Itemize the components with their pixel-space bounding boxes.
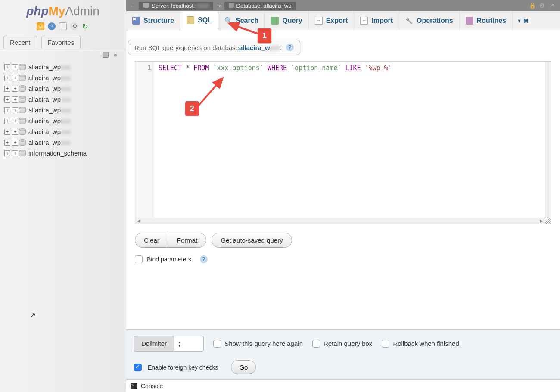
console-icon — [131, 383, 137, 389]
vertical-scrollbar[interactable] — [545, 62, 551, 218]
database-icon — [19, 96, 26, 103]
query-icon — [271, 17, 279, 25]
tab-label: Routines — [477, 17, 506, 25]
help-icon[interactable] — [200, 255, 208, 263]
expand-icon[interactable] — [12, 150, 18, 156]
fk-checkbox[interactable] — [134, 364, 142, 371]
delimiter-input[interactable] — [174, 336, 204, 352]
db-row[interactable]: allacira_wpxxx — [4, 94, 126, 105]
db-row[interactable]: allacira_wpxxx — [4, 62, 126, 72]
import-icon — [360, 17, 368, 25]
db-row[interactable]: allacira_wpxxx — [4, 105, 126, 115]
tab-sql[interactable]: SQL — [180, 11, 218, 30]
home-icon[interactable] — [37, 22, 44, 30]
main: ← Server: localhost: 0000 » Database: al… — [126, 0, 560, 392]
expand-icon[interactable] — [4, 140, 10, 146]
horizontal-scrollbar[interactable]: ◀▶ — [135, 218, 545, 224]
expand-icon[interactable] — [12, 64, 18, 70]
breadcrumb-server[interactable]: Server: localhost: 0000 — [139, 2, 213, 10]
tab-operations[interactable]: Operations — [399, 11, 459, 30]
settings-icon[interactable] — [70, 22, 78, 30]
tab-more[interactable]: ▼M — [513, 11, 533, 30]
tab-label: Export — [326, 17, 348, 25]
tree-controls — [0, 49, 126, 61]
link-icon[interactable] — [112, 52, 118, 58]
kw-like: LIKE — [345, 64, 361, 72]
go-button[interactable]: Go — [231, 360, 256, 374]
query-footer: Delimiter Show this query here again Ret… — [126, 329, 560, 385]
db-row[interactable]: allacira_wpxxx — [4, 126, 126, 137]
callout-number: 1 — [262, 31, 267, 40]
refresh-icon[interactable] — [81, 22, 89, 30]
expand-icon[interactable] — [4, 96, 10, 103]
retain-checkbox[interactable] — [312, 340, 320, 348]
expand-icon[interactable] — [4, 129, 10, 135]
content: Run SQL query/queries on database allaci… — [126, 30, 560, 263]
tab-favorites[interactable]: Favorites — [41, 36, 81, 49]
delimiter-label: Delimiter — [134, 336, 174, 352]
tab-structure[interactable]: Structure — [126, 11, 180, 30]
expand-icon[interactable] — [12, 75, 18, 81]
rollback-checkbox[interactable] — [382, 340, 389, 348]
sql-icon — [187, 16, 194, 24]
db-row[interactable]: information_schema — [4, 148, 126, 159]
expand-icon[interactable] — [4, 150, 10, 156]
tab-label: Query — [282, 17, 302, 25]
db-row[interactable]: allacira_wpxxx — [4, 115, 126, 126]
expand-icon[interactable] — [12, 118, 18, 124]
line-number: 1 — [148, 64, 151, 71]
console-bar[interactable]: Console — [126, 379, 560, 392]
db-name: allacira_wp — [28, 63, 61, 71]
token-col: `option_name` — [291, 64, 341, 72]
runbox-suffix: : — [280, 44, 282, 51]
tab-recent[interactable]: Recent — [3, 36, 37, 49]
expand-icon[interactable] — [4, 118, 10, 124]
help-icon[interactable] — [48, 22, 56, 30]
expand-icon[interactable] — [4, 64, 10, 70]
callout-1: 1 — [258, 28, 271, 43]
expand-icon[interactable] — [12, 107, 18, 113]
db-name: allacira_wp — [28, 85, 61, 92]
main-tabs: Structure SQL Search Query Export Import… — [126, 11, 560, 30]
popout-icon[interactable] — [550, 2, 557, 9]
tab-query[interactable]: Query — [265, 11, 308, 30]
show-again-checkbox[interactable] — [213, 340, 221, 348]
gear-icon[interactable] — [539, 2, 546, 9]
run-query-heading: Run SQL query/queries on database allaci… — [128, 40, 300, 55]
clear-button[interactable]: Clear — [135, 233, 168, 247]
format-button[interactable]: Format — [168, 233, 206, 247]
expand-icon[interactable] — [12, 129, 18, 135]
db-name: allacira_wp — [28, 96, 61, 103]
breadcrumb-database[interactable]: Database: allacira_wp — [224, 2, 296, 10]
routines-icon — [466, 17, 473, 25]
db-row[interactable]: allacira_wpxxx — [4, 72, 126, 83]
bind-params-checkbox[interactable] — [135, 255, 143, 263]
tab-export[interactable]: Export — [309, 11, 355, 30]
db-name: allacira_wp — [28, 74, 61, 81]
tab-label: M — [523, 17, 529, 24]
expand-icon[interactable] — [12, 140, 18, 146]
expand-icon[interactable] — [12, 86, 18, 92]
logo[interactable]: phpMyAdmin — [0, 0, 126, 20]
tab-import[interactable]: Import — [354, 11, 399, 30]
back-icon[interactable]: ← — [130, 3, 135, 9]
docs-icon[interactable] — [59, 22, 67, 30]
lock-icon[interactable] — [529, 2, 536, 9]
tab-routines[interactable]: Routines — [460, 11, 513, 30]
runbox-db[interactable]: allacira_w — [239, 44, 270, 51]
svg-line-0 — [229, 23, 260, 34]
breadcrumb: ← Server: localhost: 0000 » Database: al… — [126, 0, 560, 11]
db-name: allacira_wp — [28, 106, 61, 114]
svg-line-1 — [198, 78, 223, 106]
db-row[interactable]: allacira_wpxxx — [4, 83, 126, 94]
db-row[interactable]: allacira_wpxxx — [4, 137, 126, 148]
expand-icon[interactable] — [4, 107, 10, 113]
db-name: allacira_wp — [28, 139, 61, 146]
expand-icon[interactable] — [4, 75, 10, 81]
expand-icon[interactable] — [4, 86, 10, 92]
help-icon[interactable] — [286, 44, 294, 51]
expand-icon[interactable] — [12, 96, 18, 103]
collapse-icon[interactable] — [103, 52, 109, 58]
resize-handle[interactable] — [545, 218, 551, 224]
autosaved-button[interactable]: Get auto-saved query — [212, 233, 292, 248]
